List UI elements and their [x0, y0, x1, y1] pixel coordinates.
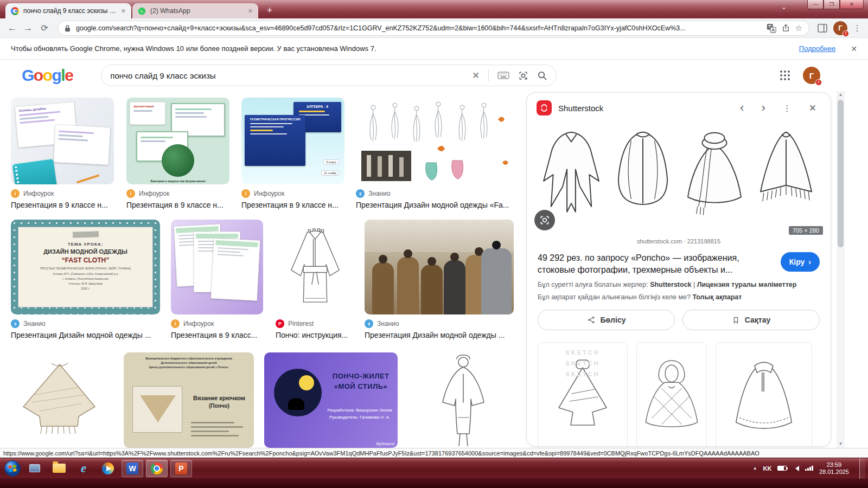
maximize-button[interactable]: ❐: [824, 0, 840, 9]
taskbar-word-button[interactable]: W: [122, 460, 143, 477]
result-thumbnail[interactable]: АЛГЕБРА - 9 ГЕОМЕТРИЧЕСКАЯ ПРОГРЕССИЯ 5 …: [241, 98, 344, 184]
page-scrollbar[interactable]: ▲ ▼: [837, 91, 845, 448]
close-button[interactable]: ✕: [840, 0, 864, 9]
result-thumbnail[interactable]: [365, 220, 514, 314]
preview-image[interactable]: 705 × 280: [527, 123, 831, 235]
previous-image-icon[interactable]: ‹: [740, 102, 744, 113]
notification-details-link[interactable]: Подробнее: [799, 44, 835, 53]
result-title[interactable]: Презентация в 9 классе н...: [126, 201, 229, 209]
tab-search-icon[interactable]: ⌄: [781, 3, 787, 11]
result-source[interactable]: Знанио: [368, 190, 391, 197]
back-button[interactable]: ←: [4, 21, 20, 36]
result-thumbnail[interactable]: [356, 98, 514, 184]
next-image-icon[interactable]: ›: [761, 102, 765, 113]
result-title[interactable]: Пончо: инструкция...: [276, 331, 354, 339]
hidden-icons-chevron[interactable]: ▲: [753, 466, 757, 471]
result-thumbnail[interactable]: [276, 220, 354, 314]
show-desktop-button[interactable]: [859, 458, 865, 479]
photo-background: [365, 220, 514, 252]
visit-site-button[interactable]: Кіру ›: [781, 252, 820, 272]
search-query[interactable]: пончо слайд 9 класс эскизы: [110, 71, 463, 80]
result-source[interactable]: Инфоурок: [183, 320, 214, 328]
result-title[interactable]: Презентация в 9 классе н...: [241, 201, 344, 209]
shutterstock-link[interactable]: Shutterstock: [650, 281, 691, 288]
result-thumbnail[interactable]: ТЕМА УРОКА: ДИЗАЙН МОДНОЙ ОДЕЖДЫ “FAST C…: [11, 220, 160, 314]
notification-close-icon[interactable]: ✕: [851, 44, 857, 53]
result-source[interactable]: Знанио: [377, 320, 399, 328]
save-button[interactable]: Сақтау: [682, 310, 820, 330]
google-logo[interactable]: Google: [22, 66, 73, 85]
minimize-button[interactable]: —: [807, 0, 824, 9]
close-panel-icon[interactable]: ✕: [809, 102, 816, 114]
profile-avatar[interactable]: Г !: [833, 21, 847, 35]
taskbar-clock[interactable]: 23:59 28.01.2025: [819, 461, 849, 476]
related-image[interactable]: [636, 342, 707, 447]
search-box[interactable]: пончо слайд 9 класс эскизы ✕: [101, 65, 557, 86]
result-thumbnail[interactable]: Муниципальное бюджетное образовательное …: [124, 352, 254, 448]
taskbar-explorer-button[interactable]: [48, 460, 70, 477]
search-icon[interactable]: [537, 70, 547, 81]
language-indicator[interactable]: KK: [763, 465, 772, 472]
result-thumbnail[interactable]: [171, 220, 263, 314]
taskbar-media-player-button[interactable]: [97, 460, 119, 477]
share-page-icon[interactable]: [782, 24, 790, 32]
address-bar[interactable]: google.com/search?q=пончо+слайд+9+класс+…: [58, 21, 809, 36]
new-tab-button[interactable]: +: [263, 3, 277, 17]
source-site-name[interactable]: Shutterstock: [558, 104, 603, 113]
taskbar-powerpoint-button[interactable]: P: [170, 460, 192, 477]
result-thumbnail[interactable]: презентация Бактерии и вирусы как форма …: [126, 98, 229, 184]
taskbar-ie-button[interactable]: e: [73, 460, 94, 477]
battery-icon[interactable]: [777, 466, 787, 471]
account-avatar[interactable]: Г !: [803, 67, 820, 84]
result-source[interactable]: Pinterest: [288, 320, 314, 328]
related-image[interactable]: [716, 342, 812, 447]
forward-button[interactable]: →: [21, 21, 36, 36]
search-inside-image-button[interactable]: [534, 210, 555, 230]
bookmark-icon[interactable]: ☆: [795, 23, 802, 33]
keyboard-icon[interactable]: [497, 72, 509, 79]
browser-menu-button[interactable]: ⋮: [851, 23, 864, 33]
related-image[interactable]: SKETCHSKETCHSKETCH: [538, 342, 628, 447]
more-options-icon[interactable]: ⋮: [783, 103, 792, 113]
side-panel-button[interactable]: [815, 21, 830, 36]
scrollbar-thumb[interactable]: [838, 100, 844, 247]
result-source[interactable]: Инфоурок: [23, 190, 54, 197]
tab-close-icon[interactable]: ✕: [248, 8, 253, 15]
chevron-right-icon: ›: [808, 258, 811, 266]
result-source[interactable]: Знанио: [23, 320, 46, 328]
image-page-title[interactable]: 49 292 рез. по запросу «Poncho» — изобра…: [538, 252, 772, 276]
result-title[interactable]: Презентация в 9 классе н...: [11, 201, 114, 209]
tab-google[interactable]: пончо слайд 9 класс эскизы - G ✕: [5, 3, 131, 18]
scroll-down-arrow[interactable]: ▼: [837, 440, 845, 448]
clear-icon[interactable]: ✕: [472, 70, 480, 81]
volume-icon[interactable]: [793, 466, 799, 471]
result-title[interactable]: Презентация Дизайн модной одежды ...: [365, 331, 514, 339]
result-thumbnail[interactable]: [11, 352, 108, 448]
result-title[interactable]: Презентация Дизайн модной одежды ...: [11, 331, 160, 339]
start-button[interactable]: [4, 460, 21, 477]
license-link[interactable]: Лицензия туралы мәліметтер: [697, 281, 797, 288]
reload-button[interactable]: ⟳: [37, 21, 52, 36]
translate-icon[interactable]: [767, 23, 776, 33]
full-info-link[interactable]: Толық ақпарат: [692, 293, 742, 301]
document-header: Дополнительного образования детей: [124, 361, 254, 365]
belted-poncho-drawing: [280, 224, 350, 311]
share-button[interactable]: Бөлісу: [538, 310, 675, 330]
result-title[interactable]: Презентация в 9 класс...: [171, 331, 263, 339]
window-controls: — ❐ ✕: [807, 0, 864, 9]
apps-grid-button[interactable]: [780, 70, 790, 80]
network-icon[interactable]: [805, 466, 813, 471]
result-source[interactable]: Инфоурок: [254, 190, 284, 197]
taskbar-chrome-button[interactable]: [146, 460, 168, 477]
tab-whatsapp[interactable]: (2) WhatsApp ✕: [132, 3, 258, 18]
result-thumbnail[interactable]: Основы дизайна: [11, 98, 114, 184]
taskbar-app-button[interactable]: [24, 460, 46, 477]
scroll-up-arrow[interactable]: ▲: [837, 91, 845, 99]
result-title[interactable]: Презентация Дизайн модной одежды «Fa...: [356, 201, 514, 209]
result-source[interactable]: Инфоурок: [139, 190, 169, 197]
result-thumbnail[interactable]: ПОНЧО-ЖИЛЕТ «МОЙ СТИЛЬ» Разработала: Виш…: [264, 352, 398, 448]
knit-poncho-sketch: [14, 357, 106, 444]
tab-close-icon[interactable]: ✕: [121, 8, 126, 15]
result-thumbnail[interactable]: [412, 352, 514, 448]
lens-icon[interactable]: [518, 70, 528, 81]
